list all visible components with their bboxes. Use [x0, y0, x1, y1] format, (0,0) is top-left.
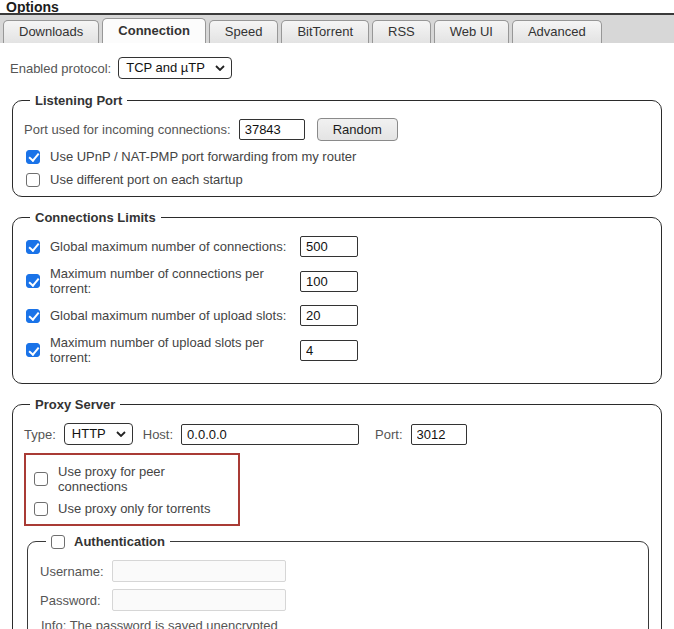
connections-limits-legend: Connections Limits — [30, 210, 161, 225]
tab-rss[interactable]: RSS — [372, 20, 431, 43]
global-max-connections-checkbox[interactable] — [26, 240, 40, 254]
authentication-checkbox[interactable] — [51, 535, 65, 549]
max-connections-per-torrent-checkbox[interactable] — [26, 274, 40, 288]
proxy-peer-connections-checkbox[interactable] — [34, 472, 48, 486]
proxy-port-input[interactable] — [411, 424, 467, 445]
authentication-section: Authentication Username: Password: Info:… — [27, 534, 649, 629]
upnp-label: Use UPnP / NAT-PMP port forwarding from … — [50, 149, 356, 164]
upnp-checkbox[interactable] — [26, 150, 40, 164]
tab-advanced[interactable]: Advanced — [512, 20, 602, 43]
listening-port-legend: Listening Port — [30, 93, 127, 108]
proxy-host-label: Host: — [143, 427, 173, 442]
max-upload-slots-per-torrent-label: Maximum number of upload slots per torre… — [50, 335, 300, 365]
enabled-protocol-label: Enabled protocol: — [10, 61, 111, 76]
different-port-row: Use different port on each startup — [26, 172, 651, 187]
authentication-legend-label: Authentication — [74, 534, 165, 549]
global-max-connections-input[interactable] — [300, 236, 358, 257]
global-max-connections-row: Global maximum number of connections: — [26, 236, 651, 257]
incoming-port-input[interactable] — [239, 119, 305, 140]
proxy-type-select[interactable]: HTTP — [64, 423, 133, 445]
proxy-type-label: Type: — [24, 427, 56, 442]
proxy-config-row: Type: HTTP Host: Port: — [24, 423, 651, 445]
max-upload-slots-per-torrent-row: Maximum number of upload slots per torre… — [26, 335, 651, 365]
proxy-options-highlight-box: Use proxy for peer connections Use proxy… — [24, 453, 240, 526]
proxy-server-section: Proxy Server Type: HTTP Host: Port: Use … — [12, 397, 662, 629]
authentication-legend: Authentication — [46, 534, 170, 549]
proxy-type-value: HTTP — [72, 426, 106, 441]
enabled-protocol-value: TCP and µTP — [126, 60, 205, 75]
tab-connection[interactable]: Connection — [102, 18, 206, 43]
enabled-protocol-row: Enabled protocol: TCP and µTP — [10, 57, 666, 79]
tab-bittorrent[interactable]: BitTorrent — [281, 20, 369, 43]
max-connections-per-torrent-row: Maximum number of connections per torren… — [26, 266, 651, 296]
max-upload-slots-per-torrent-input[interactable] — [300, 340, 358, 361]
global-max-upload-slots-input[interactable] — [300, 305, 358, 326]
proxy-host-input[interactable] — [181, 424, 359, 445]
connection-settings-panel: Enabled protocol: TCP and µTP Listening … — [0, 43, 674, 629]
upnp-row: Use UPnP / NAT-PMP port forwarding from … — [26, 149, 651, 164]
options-tab-bar: Downloads Connection Speed BitTorrent RS… — [0, 15, 674, 43]
window-title-bar: Options — [0, 0, 674, 15]
different-port-checkbox[interactable] — [26, 173, 40, 187]
global-max-upload-slots-row: Global maximum number of upload slots: — [26, 305, 651, 326]
password-row: Password: — [40, 589, 636, 611]
listening-port-section: Listening Port Port used for incoming co… — [12, 93, 662, 197]
max-upload-slots-per-torrent-checkbox[interactable] — [26, 343, 40, 357]
proxy-server-legend: Proxy Server — [30, 397, 120, 412]
global-max-upload-slots-checkbox[interactable] — [26, 309, 40, 323]
enabled-protocol-select[interactable]: TCP and µTP — [118, 57, 232, 79]
username-input[interactable] — [112, 560, 286, 582]
page-title: Options — [6, 0, 59, 15]
incoming-port-label: Port used for incoming connections: — [24, 122, 231, 137]
different-port-label: Use different port on each startup — [50, 172, 243, 187]
chevron-down-icon — [116, 431, 126, 437]
tab-webui[interactable]: Web UI — [434, 20, 509, 43]
global-max-connections-label: Global maximum number of connections: — [50, 239, 300, 254]
password-input[interactable] — [112, 589, 286, 611]
authentication-fields: Username: Password: Info: The password i… — [40, 560, 636, 629]
max-connections-per-torrent-label: Maximum number of connections per torren… — [50, 266, 300, 296]
proxy-only-torrents-label: Use proxy only for torrents — [58, 501, 210, 516]
username-label: Username: — [40, 564, 112, 579]
incoming-port-row: Port used for incoming connections: Rand… — [24, 118, 651, 141]
global-max-upload-slots-label: Global maximum number of upload slots: — [50, 308, 300, 323]
chevron-down-icon — [215, 65, 225, 71]
connections-limits-section: Connections Limits Global maximum number… — [12, 210, 662, 384]
proxy-only-torrents-row: Use proxy only for torrents — [34, 501, 232, 516]
password-info-text: Info: The password is saved unencrypted — [41, 618, 636, 629]
tab-speed[interactable]: Speed — [209, 20, 279, 43]
random-port-button[interactable]: Random — [317, 118, 398, 141]
username-row: Username: — [40, 560, 636, 582]
password-label: Password: — [40, 593, 112, 608]
proxy-peer-connections-row: Use proxy for peer connections — [34, 464, 232, 494]
proxy-only-torrents-checkbox[interactable] — [34, 502, 48, 516]
max-connections-per-torrent-input[interactable] — [300, 271, 358, 292]
proxy-peer-connections-label: Use proxy for peer connections — [58, 464, 232, 494]
tab-downloads[interactable]: Downloads — [3, 20, 99, 43]
proxy-port-label: Port: — [375, 427, 402, 442]
